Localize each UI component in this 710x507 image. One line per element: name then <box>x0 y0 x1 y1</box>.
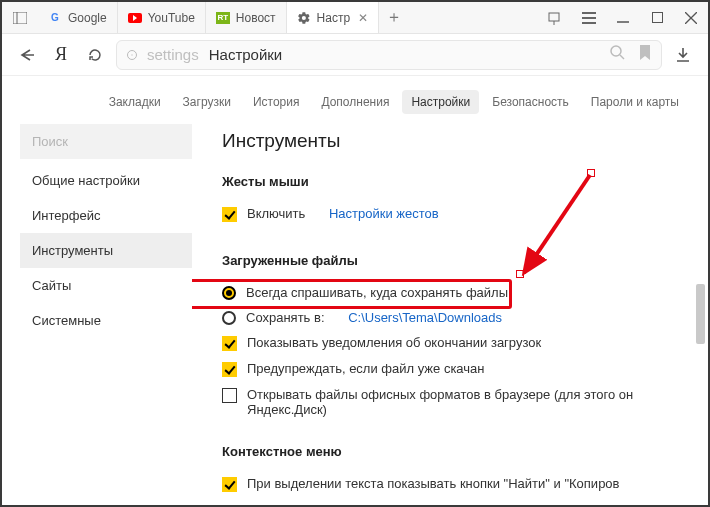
back-button[interactable] <box>14 42 40 68</box>
panel-icon <box>13 12 27 24</box>
checkbox-warn[interactable] <box>222 362 237 377</box>
subtab-downloads[interactable]: Загрузки <box>174 90 240 114</box>
checkbox-notify[interactable] <box>222 336 237 351</box>
download-path-link[interactable]: C:\Users\Tema\Downloads <box>348 310 502 325</box>
minimize-button[interactable] <box>606 2 640 33</box>
tab-label: Настр <box>317 11 351 25</box>
svg-rect-2 <box>549 13 559 21</box>
sidebar-item-general[interactable]: Общие настройки <box>20 163 192 198</box>
yandex-home-button[interactable]: Я <box>48 42 74 68</box>
page-title: Инструменты <box>222 130 708 152</box>
sidebar-item-tools[interactable]: Инструменты <box>20 233 192 268</box>
group-context-menu: Контекстное меню <box>222 444 708 459</box>
youtube-icon <box>128 11 142 25</box>
rt-icon: RT <box>216 11 230 25</box>
label-office: Открывать файлы офисных форматов в брауз… <box>247 387 708 417</box>
vertical-scrollbar[interactable] <box>696 284 705 344</box>
search-icon[interactable] <box>610 45 625 64</box>
tab-rt-news[interactable]: RT Новост <box>206 2 287 33</box>
annotation-highlight <box>192 279 512 309</box>
subtab-history[interactable]: История <box>244 90 309 114</box>
svg-line-13 <box>524 175 590 273</box>
sidebar-toggle-button[interactable] <box>2 2 38 33</box>
bookmark-icon[interactable] <box>639 45 651 64</box>
close-window-button[interactable] <box>674 2 708 33</box>
tab-youtube[interactable]: YouTube <box>118 2 206 33</box>
new-tab-button[interactable]: ＋ <box>379 2 409 33</box>
address-bar-row: Я settings Настройки <box>2 34 708 76</box>
checkbox-context-find-copy[interactable] <box>222 477 237 492</box>
group-downloaded-files: Загруженные файлы <box>222 253 708 268</box>
address-text: Настройки <box>209 46 283 63</box>
reload-icon <box>87 47 103 63</box>
checkbox-enable-gestures[interactable] <box>222 207 237 222</box>
settings-content: Инструменты Жесты мыши Включить Настройк… <box>192 124 708 507</box>
address-prefix: settings <box>147 46 199 63</box>
label-context-find-copy: При выделении текста показывать кнопки "… <box>247 476 620 491</box>
subtab-security[interactable]: Безопасность <box>483 90 578 114</box>
tab-label: YouTube <box>148 11 195 25</box>
tab-settings[interactable]: Настр ✕ <box>287 2 380 33</box>
svg-line-12 <box>620 55 624 59</box>
tab-label: Новост <box>236 11 276 25</box>
sidebar-item-system[interactable]: Системные <box>20 303 192 338</box>
radio-save-in[interactable] <box>222 311 236 325</box>
subtab-addons[interactable]: Дополнения <box>312 90 398 114</box>
site-info-icon[interactable] <box>127 50 137 60</box>
main-area: Поиск Общие настройки Интерфейс Инструме… <box>2 124 708 507</box>
group-mouse-gestures: Жесты мыши <box>222 174 708 189</box>
pin-icon <box>548 11 562 25</box>
menu-button[interactable] <box>572 2 606 33</box>
close-icon[interactable]: ✕ <box>358 11 368 25</box>
svg-rect-8 <box>652 13 662 23</box>
subtab-settings[interactable]: Настройки <box>402 90 479 114</box>
minimize-icon <box>617 12 629 24</box>
tab-label: Google <box>68 11 107 25</box>
label-enable-gestures: Включить <box>247 206 305 221</box>
hamburger-icon <box>582 12 596 24</box>
subtab-bookmarks[interactable]: Закладки <box>100 90 170 114</box>
svg-point-11 <box>611 46 621 56</box>
link-gesture-settings[interactable]: Настройки жестов <box>329 206 439 221</box>
downloads-button[interactable] <box>670 47 696 63</box>
settings-sidebar: Поиск Общие настройки Интерфейс Инструме… <box>2 124 192 507</box>
address-bar[interactable]: settings Настройки <box>116 40 662 70</box>
sidebar-search[interactable]: Поиск <box>20 124 192 159</box>
label-warn: Предупреждать, если файл уже скачан <box>247 361 485 376</box>
tab-google[interactable]: G Google <box>38 2 118 33</box>
checkbox-office[interactable] <box>222 388 237 403</box>
window-controls <box>538 2 708 33</box>
gear-icon <box>297 11 311 25</box>
settings-tabs: Закладки Загрузки История Дополнения Нас… <box>2 76 708 124</box>
reload-button[interactable] <box>82 42 108 68</box>
annotation-arrow <box>512 169 602 289</box>
sidebar-item-sites[interactable]: Сайты <box>20 268 192 303</box>
sidebar-item-interface[interactable]: Интерфейс <box>20 198 192 233</box>
tab-strip: G Google YouTube RT Новост Настр ✕ <box>38 2 379 33</box>
window-titlebar: G Google YouTube RT Новост Настр ✕ ＋ <box>2 2 708 34</box>
pin-button[interactable] <box>538 2 572 33</box>
label-notify: Показывать уведомления об окончании загр… <box>247 335 541 350</box>
subtab-passwords[interactable]: Пароли и карты <box>582 90 688 114</box>
maximize-button[interactable] <box>640 2 674 33</box>
close-icon <box>685 12 697 24</box>
browser-window: G Google YouTube RT Новост Настр ✕ ＋ <box>0 0 710 507</box>
download-icon <box>675 47 691 63</box>
google-icon: G <box>48 11 62 25</box>
arrow-left-icon <box>18 48 36 62</box>
label-save-in: Сохранять в: <box>246 310 325 325</box>
svg-rect-0 <box>13 12 27 24</box>
maximize-icon <box>652 12 663 23</box>
